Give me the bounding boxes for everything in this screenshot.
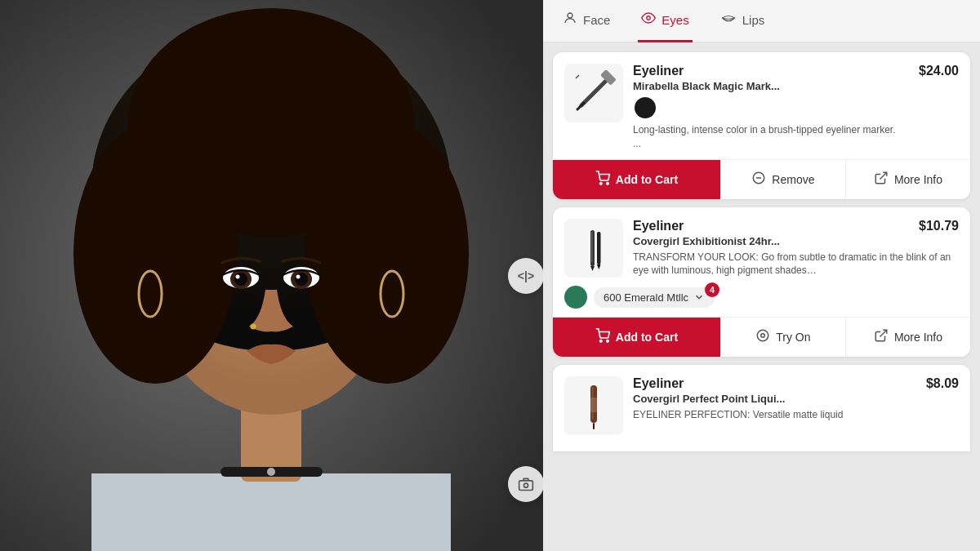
cart-icon-1 — [595, 171, 610, 189]
svg-rect-48 — [592, 387, 594, 420]
try-on-button-2[interactable]: Try On — [720, 318, 845, 357]
svg-point-42 — [758, 330, 769, 341]
product-2-desc: TRANSFORM YOUR LOOK: Go from subtle to d… — [633, 251, 959, 278]
product-2-swatch — [564, 286, 587, 309]
tab-face-label: Face — [583, 13, 610, 27]
svg-point-10 — [128, 8, 414, 237]
remove-button-1[interactable]: Remove — [720, 160, 845, 199]
divider-button[interactable]: <|> — [508, 258, 543, 294]
remove-icon-1 — [751, 171, 766, 189]
svg-rect-47 — [590, 398, 597, 412]
product-card-1: Eyeliner $24.00 Mirabella Black Magic Ma… — [553, 52, 970, 199]
add-to-cart-button-2[interactable]: Add to Cart — [553, 318, 720, 357]
svg-point-25 — [647, 16, 651, 20]
svg-point-32 — [607, 182, 608, 184]
product-card-2: Eyeliner $10.79 Covergirl Exhibitionist … — [553, 207, 970, 358]
product-3-name: Eyeliner — [633, 376, 684, 391]
tab-eyes-label: Eyes — [662, 13, 688, 27]
right-panel: Face Eyes Lips — [543, 0, 980, 551]
svg-point-14 — [236, 275, 240, 279]
add-to-cart-button-1[interactable]: Add to Cart — [553, 160, 720, 199]
svg-line-26 — [581, 81, 606, 105]
svg-line-34 — [880, 172, 886, 179]
svg-point-31 — [599, 182, 601, 184]
svg-rect-46 — [593, 423, 595, 429]
svg-rect-22 — [519, 481, 533, 491]
svg-point-18 — [296, 275, 301, 279]
product-image-2 — [564, 219, 623, 278]
svg-rect-2 — [91, 473, 451, 551]
svg-rect-39 — [591, 232, 593, 263]
eyes-icon — [641, 11, 656, 29]
tab-lips[interactable]: Lips — [717, 0, 768, 42]
product-1-brand: Mirabella Black Magic Mark... — [633, 80, 959, 92]
lips-icon — [720, 11, 737, 28]
cart-icon-2 — [595, 328, 610, 346]
product-2-brand: Covergirl Exhibitionist 24hr... — [633, 235, 959, 247]
svg-point-24 — [568, 13, 572, 18]
tab-lips-label: Lips — [742, 13, 765, 27]
svg-rect-37 — [597, 232, 601, 264]
camera-button[interactable] — [508, 466, 543, 502]
svg-point-43 — [761, 334, 765, 338]
product-3-desc: EYELINER PERFECTION: Versatile matte liq… — [633, 408, 959, 422]
product-image-1 — [564, 64, 623, 122]
product-1-swatch — [635, 97, 656, 118]
tab-bar: Face Eyes Lips — [543, 0, 980, 42]
svg-point-5 — [267, 468, 275, 476]
product-1-price: $24.00 — [919, 64, 959, 78]
svg-point-40 — [599, 340, 601, 342]
product-image-3 — [564, 376, 623, 435]
product-card-3: Eyeliner $8.09 Covergirl Perfect Point L… — [553, 365, 970, 451]
product-2-color-badge: 4 — [705, 282, 719, 297]
svg-point-23 — [524, 483, 528, 487]
try-on-icon-2 — [755, 328, 770, 346]
more-info-icon-2 — [874, 328, 889, 346]
svg-marker-38 — [597, 264, 601, 269]
svg-line-29 — [576, 75, 579, 78]
svg-point-17 — [295, 273, 308, 286]
product-3-brand: Covergirl Perfect Point Liqui... — [633, 393, 959, 405]
product-2-name: Eyeliner — [633, 219, 684, 233]
more-info-icon-1 — [874, 171, 889, 189]
products-area: Eyeliner $24.00 Mirabella Black Magic Ma… — [543, 42, 980, 551]
product-2-color-row: 600 Emerald Mtllc 4 — [564, 286, 959, 309]
svg-point-19 — [251, 324, 256, 330]
face-icon — [563, 11, 577, 29]
product-1-actions: Add to Cart Remove — [553, 159, 970, 199]
svg-marker-36 — [590, 266, 595, 271]
tab-eyes[interactable]: Eyes — [638, 0, 692, 42]
svg-point-13 — [234, 273, 247, 286]
product-2-price: $10.79 — [919, 219, 959, 233]
product-1-desc: Long-lasting, intense color in a brush-t… — [633, 123, 959, 151]
product-1-name: Eyeliner — [633, 64, 684, 78]
more-info-button-1[interactable]: More Info — [845, 160, 970, 199]
svg-line-44 — [880, 330, 886, 336]
svg-point-41 — [607, 340, 608, 342]
more-info-button-2[interactable]: More Info — [845, 318, 970, 357]
product-3-price: $8.09 — [926, 376, 959, 391]
product-2-actions: Add to Cart Try On — [553, 317, 970, 357]
tab-face[interactable]: Face — [559, 0, 613, 42]
product-2-color-select[interactable]: 600 Emerald Mtllc 4 — [594, 287, 715, 308]
photo-panel: <|> — [0, 0, 543, 551]
